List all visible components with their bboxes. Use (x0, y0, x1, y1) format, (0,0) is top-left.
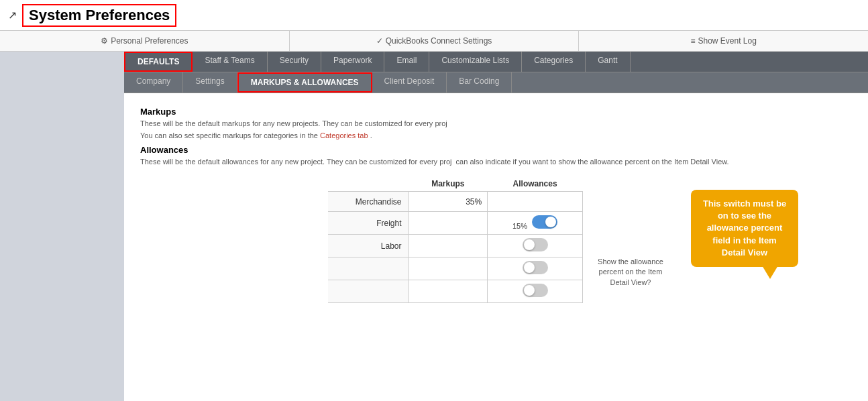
main-content: DEFAULTS Staff & Teams Security Paperwor… (0, 52, 868, 401)
subtab-company[interactable]: Company (124, 72, 183, 93)
markups-section: Markups These will be the default markup… (140, 107, 852, 139)
tab-gantt[interactable]: Gantt (586, 52, 630, 72)
tab-paperwork[interactable]: Paperwork (321, 52, 384, 72)
toggle-row5[interactable] (523, 284, 548, 297)
toggle-freight[interactable] (532, 215, 557, 229)
toggle-knob-4 (524, 262, 535, 273)
row-allowance-merchandise (488, 192, 583, 212)
content-body: Markups These will be the default markup… (124, 93, 868, 401)
tab-customizable-lists[interactable]: Customizable Lists (429, 52, 522, 72)
toggle-knob-labor (524, 239, 535, 250)
col-header-allowances: Allowances (488, 176, 583, 192)
allowances-section: Allowances These will be the default all… (140, 145, 852, 166)
tab-quickbooks[interactable]: ✓ QuickBooks Connect Settings (290, 31, 580, 51)
row-allowance-freight: 15% (488, 212, 583, 235)
toggle-row4[interactable] (523, 261, 548, 274)
row-allowance-4 (488, 257, 583, 280)
quickbooks-label: QuickBooks Connect Settings (386, 36, 492, 46)
tab-defaults[interactable]: DEFAULTS (124, 52, 193, 72)
sidebar (0, 52, 124, 401)
tab-email[interactable]: Email (384, 52, 429, 72)
row-markup-freight[interactable] (409, 212, 488, 235)
section-tabs: DEFAULTS Staff & Teams Security Paperwor… (124, 52, 868, 72)
header: ↗ System Preferences (0, 0, 868, 31)
row-label-5 (328, 280, 409, 303)
toggle-knob-5 (524, 285, 535, 296)
markups-title: Markups (140, 107, 852, 117)
markups-desc2: You can also set specific markups for ca… (140, 131, 852, 139)
row-markup-4[interactable] (409, 257, 488, 280)
row-allowance-5 (488, 280, 583, 303)
col-header-markups: Markups (409, 176, 488, 192)
page-title: System Preferences (22, 4, 176, 27)
table-row: Merchandise 35% (328, 192, 583, 212)
freight-allowance-value: 15% (512, 222, 527, 230)
external-link-icon: ↗ (8, 9, 17, 21)
tab-event-log[interactable]: ≡ Show Event Log (579, 31, 868, 51)
quickbooks-icon: ✓ (376, 36, 383, 46)
categories-link[interactable]: Categories tab (320, 131, 368, 139)
row-label-4 (328, 257, 409, 280)
right-panel: DEFAULTS Staff & Teams Security Paperwor… (124, 52, 868, 401)
row-markup-merchandise[interactable]: 35% (409, 192, 488, 212)
gear-icon: ⚙ (101, 36, 108, 46)
personal-preferences-label: Personal Preferences (111, 36, 188, 46)
row-markup-5[interactable] (409, 280, 488, 303)
table-row (328, 280, 583, 303)
subtab-bar-coding[interactable]: Bar Coding (447, 72, 512, 93)
tab-categories[interactable]: Categories (522, 52, 586, 72)
event-log-label: Show Event Log (698, 36, 756, 46)
subtab-markups-allowances[interactable]: MARKUPS & ALLOWANCES (237, 72, 372, 93)
table-row: Labor (328, 235, 583, 257)
list-icon: ≡ (690, 36, 695, 46)
markups-desc1: These will be the default markups for an… (140, 119, 852, 127)
markups-table: Markups Allowances Merchandise 35% (328, 176, 583, 303)
sub-tabs: Company Settings MARKUPS & ALLOWANCES Cl… (124, 72, 868, 93)
allowance-note: Show the allowance percent on the Item D… (594, 257, 667, 288)
subtab-settings[interactable]: Settings (183, 72, 237, 93)
row-label-labor: Labor (328, 235, 409, 257)
tab-personal-preferences[interactable]: ⚙ Personal Preferences (0, 31, 290, 51)
allowances-title: Allowances (140, 145, 852, 155)
row-allowance-labor (488, 235, 583, 257)
row-label-merchandise: Merchandise (328, 192, 409, 212)
allowances-desc1: These will be the default allowances for… (140, 158, 852, 166)
tab-staff-teams[interactable]: Staff & Teams (193, 52, 267, 72)
toggle-labor[interactable] (523, 238, 548, 251)
table-wrapper: Markups Allowances Merchandise 35% (328, 176, 583, 303)
col-header-label (328, 176, 409, 192)
toggle-knob-freight (545, 217, 556, 227)
tab-security[interactable]: Security (268, 52, 321, 72)
subtab-client-deposit[interactable]: Client Deposit (372, 72, 447, 93)
row-markup-labor[interactable] (409, 235, 488, 257)
table-row (328, 257, 583, 280)
table-row: Freight 15% (328, 212, 583, 235)
row-label-freight: Freight (328, 212, 409, 235)
top-nav: ⚙ Personal Preferences ✓ QuickBooks Conn… (0, 31, 868, 52)
callout-tooltip: This switch must be on to see the allowa… (691, 190, 798, 267)
